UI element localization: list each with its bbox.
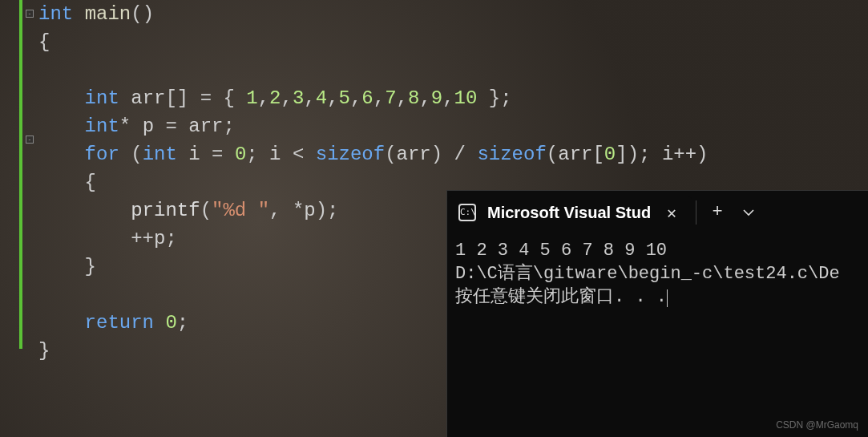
fold-toggle-icon[interactable]: -: [26, 10, 34, 18]
code-line[interactable]: [38, 56, 868, 84]
tab-dropdown-button[interactable]: [735, 196, 762, 229]
chevron-down-icon: [743, 208, 754, 216]
new-tab-button[interactable]: +: [700, 196, 735, 229]
terminal-tab-title: Microsoft Visual Stud: [487, 204, 651, 222]
watermark-text: CSDN @MrGaomq: [776, 419, 858, 431]
code-line[interactable]: int* p = arr;: [38, 112, 868, 140]
code-line[interactable]: int main(): [38, 0, 868, 28]
terminal-window: C:\ Microsoft Visual Stud ✕ + 1 2 3 4 5 …: [446, 190, 868, 437]
change-indicator-bar: [19, 0, 22, 349]
terminal-tab[interactable]: C:\ Microsoft Visual Stud ✕: [447, 196, 692, 229]
terminal-line: D:\C语言\gitware\begin_-c\test24.c\De: [455, 264, 840, 284]
code-line[interactable]: {: [38, 28, 868, 56]
code-line[interactable]: for (int i = 0; i < sizeof(arr) / sizeof…: [38, 140, 868, 168]
close-icon[interactable]: ✕: [662, 203, 681, 223]
terminal-line: 1 2 3 4 5 6 7 8 9 10: [455, 241, 667, 261]
terminal-line: 按任意键关闭此窗口. . .: [455, 287, 667, 307]
terminal-cursor: [667, 289, 668, 307]
fold-toggle-icon[interactable]: -: [26, 136, 34, 144]
terminal-tabbar: C:\ Microsoft Visual Stud ✕ +: [447, 191, 868, 234]
terminal-output[interactable]: 1 2 3 4 5 6 7 8 9 10 D:\C语言\gitware\begi…: [447, 234, 868, 314]
tab-divider: [696, 200, 696, 225]
terminal-app-icon: C:\: [458, 204, 476, 221]
code-line[interactable]: int arr[] = { 1,2,3,4,5,6,7,8,9,10 };: [38, 84, 868, 112]
